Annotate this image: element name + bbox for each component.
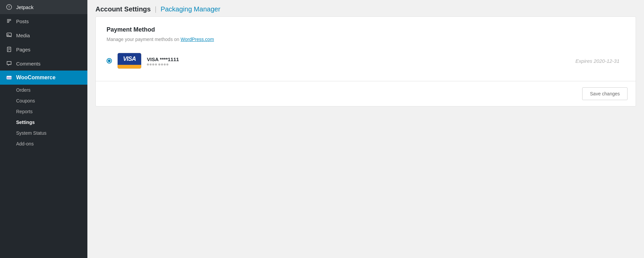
wordpress-link[interactable]: WordPress.com — [180, 37, 214, 42]
card-radio-button[interactable] — [107, 58, 112, 63]
card-info: VISA ****1111 — [147, 56, 179, 66]
comments-icon — [5, 60, 13, 67]
save-changes-button[interactable]: Save changes — [582, 87, 628, 100]
sidebar-item-jetpack[interactable]: Jetpack — [0, 0, 87, 14]
page-header: Account Settings | Packaging Manager — [87, 0, 644, 16]
radio-inner — [108, 59, 111, 62]
sidebar-item-label: Comments — [16, 61, 41, 67]
sidebar-sub-item-reports[interactable]: Reports — [5, 106, 87, 117]
payment-card-row: VISA VISA ****1111 — [107, 50, 625, 72]
card-expiry: Expires 2020-12-31 — [575, 58, 625, 64]
woo-icon: woo — [5, 74, 13, 81]
payment-subtitle: Manage your payment methods on WordPress… — [107, 37, 625, 42]
sidebar-sub-item-settings[interactable]: Settings — [5, 117, 87, 128]
dot-group-1 — [147, 63, 157, 66]
visa-card-gold-stripe — [118, 65, 141, 69]
payment-card: Payment Method Manage your payment metho… — [95, 16, 636, 106]
sidebar: Jetpack Posts Media Pages Comments woo W… — [0, 0, 87, 258]
svg-text:woo: woo — [7, 77, 12, 79]
payment-section: Payment Method Manage your payment metho… — [96, 17, 636, 81]
sidebar-item-comments[interactable]: Comments — [0, 56, 87, 71]
sidebar-item-label: Jetpack — [16, 4, 34, 10]
actions-bar: Save changes — [96, 81, 636, 106]
pages-icon — [5, 46, 13, 53]
header-separator: | — [155, 5, 156, 13]
sidebar-item-woocommerce[interactable]: woo WooCommerce — [0, 71, 87, 85]
sidebar-sub-item-coupons[interactable]: Coupons — [5, 95, 87, 106]
media-icon — [5, 32, 13, 39]
page-title: Account Settings — [95, 5, 151, 13]
sidebar-item-label: Media — [16, 33, 30, 38]
payment-section-title: Payment Method — [107, 26, 625, 33]
dot-group-2 — [158, 63, 168, 66]
card-dots — [147, 63, 179, 66]
visa-card-visual: VISA — [117, 53, 142, 69]
visa-brand-text: VISA — [123, 55, 136, 62]
sidebar-item-pages[interactable]: Pages — [0, 42, 87, 56]
sidebar-item-media[interactable]: Media — [0, 28, 87, 42]
sidebar-item-label: WooCommerce — [16, 75, 55, 81]
card-number-label: VISA ****1111 — [147, 56, 179, 62]
packaging-manager-link[interactable]: Packaging Manager — [161, 5, 220, 13]
sidebar-item-label: Posts — [16, 18, 29, 24]
visa-card-blue-area: VISA — [118, 53, 141, 65]
sidebar-sub-item-orders[interactable]: Orders — [5, 85, 87, 95]
sidebar-item-label: Pages — [16, 47, 31, 52]
jetpack-icon — [5, 3, 13, 11]
sidebar-item-posts[interactable]: Posts — [0, 14, 87, 28]
main-content: Account Settings | Packaging Manager Pay… — [87, 0, 644, 258]
sidebar-sub-item-add-ons[interactable]: Add-ons — [5, 138, 87, 149]
sidebar-sub-menu: Orders Coupons Reports Settings System S… — [0, 85, 87, 149]
sidebar-sub-item-system-status[interactable]: System Status — [5, 128, 87, 138]
content-area: Payment Method Manage your payment metho… — [87, 16, 644, 258]
posts-icon — [5, 17, 13, 25]
